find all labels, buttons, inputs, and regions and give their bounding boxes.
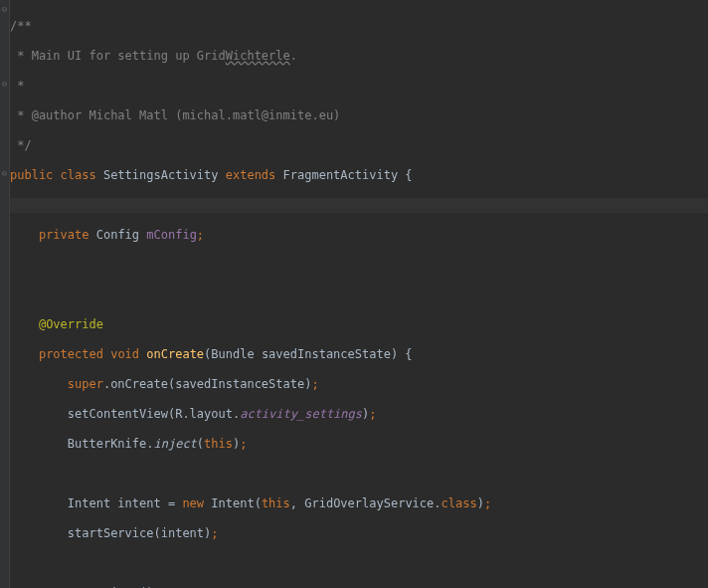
keyword: this [262,496,290,510]
code-editor[interactable]: /** * Main UI for setting up GridWichter… [10,0,708,588]
class-name: FragmentActivity { [283,168,413,182]
code: Intent( [211,496,262,510]
comment: */ [10,138,32,152]
comment: * [10,79,24,93]
gutter: ⊖ ⊖ ⊖ [0,0,10,588]
keyword: class [442,496,477,510]
type: Config [96,228,147,242]
comment: * Main UI for setting up Grid [10,49,226,63]
keyword: this [204,437,233,451]
call: setContentView(R.layout. [68,407,240,421]
call: ButterKnife. [68,437,154,451]
comment: . [290,49,297,63]
semicolon: ; [240,437,247,451]
comment: * @author Michal Matl (michal.matl@inmit… [10,108,340,122]
annotation: @Override [39,317,103,331]
semicolon: ; [211,526,218,540]
semicolon: ; [484,496,491,510]
keyword: extends [226,168,283,182]
fold-icon[interactable]: ⊖ [0,79,9,94]
semicolon: ; [311,377,318,391]
code: Intent intent = [68,496,183,510]
class-name: SettingsActivity [103,168,226,182]
fold-icon[interactable]: ⊖ [0,168,9,183]
method-name: onCreate [146,347,204,361]
resource-ref: activity_settings [240,407,362,421]
paren: ( [197,437,204,451]
keyword: private [39,228,96,242]
keyword: public class [10,168,103,182]
keyword: super [68,377,103,391]
semicolon: ; [197,228,204,242]
field: mConfig [146,228,197,242]
static-method: inject [154,437,197,451]
fold-icon[interactable]: ⊖ [0,4,9,19]
call: .onCreate(savedInstanceState) [103,377,312,391]
call: startService(intent) [68,526,212,540]
code: , [290,496,304,510]
comment: /** [10,19,32,33]
keyword: new [182,496,211,510]
params: (Bundle savedInstanceState) { [204,347,413,361]
semicolon: ; [369,407,376,421]
keyword: protected void [39,347,146,361]
code: GridOverlayService. [304,496,441,510]
paren: ) [477,496,484,510]
typo-word: Wichterle [226,49,290,63]
